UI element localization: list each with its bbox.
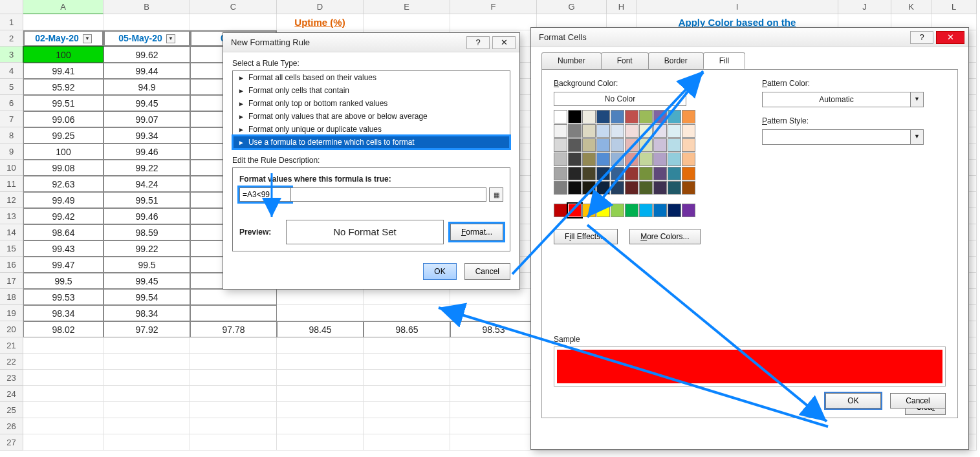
cell[interactable] (450, 354, 537, 370)
color-swatch[interactable] (682, 153, 695, 166)
cell[interactable]: 99.54 (103, 289, 190, 305)
color-swatch[interactable] (582, 153, 596, 166)
cell[interactable] (23, 434, 103, 451)
cell[interactable] (190, 305, 277, 321)
color-swatch[interactable] (682, 138, 695, 152)
col-header-H[interactable]: H (607, 0, 637, 14)
color-swatch[interactable] (625, 124, 638, 138)
cell[interactable]: 99.51 (23, 95, 103, 111)
color-swatch[interactable] (596, 110, 610, 123)
col-header-A[interactable]: A (23, 0, 103, 14)
color-swatch[interactable] (625, 110, 638, 123)
cell[interactable]: 94.9 (103, 79, 190, 95)
color-swatch[interactable] (668, 181, 681, 195)
col-header-G[interactable]: G (537, 0, 607, 14)
row-header[interactable]: 13 (0, 208, 23, 224)
cell[interactable]: 99.51 (103, 192, 190, 208)
rule-type-item[interactable]: ►Format only values that are above or be… (233, 110, 510, 123)
color-swatch[interactable] (625, 138, 638, 152)
row-header[interactable]: 5 (0, 79, 23, 95)
row-header[interactable]: 8 (0, 127, 23, 143)
cell[interactable] (277, 386, 364, 402)
color-swatch[interactable] (625, 181, 638, 195)
color-swatch[interactable] (568, 124, 582, 138)
filter-dropdown-icon[interactable]: ▼ (166, 34, 175, 43)
cell[interactable] (277, 354, 364, 370)
color-swatch[interactable] (582, 124, 596, 138)
color-swatch[interactable] (554, 167, 567, 180)
col-header-L[interactable]: L (931, 0, 977, 14)
close-button[interactable]: ✕ (492, 36, 516, 49)
col-header-E[interactable]: E (364, 0, 450, 14)
cell[interactable]: 99.43 (23, 240, 103, 257)
cell[interactable] (103, 418, 190, 434)
col-header-D[interactable]: D (277, 0, 364, 14)
cell[interactable]: 99.06 (23, 111, 103, 127)
cell[interactable] (364, 434, 450, 451)
cell[interactable] (364, 14, 450, 30)
cell[interactable]: 99.08 (23, 160, 103, 176)
color-swatch[interactable] (653, 124, 667, 138)
cell[interactable] (23, 370, 103, 386)
color-swatch[interactable] (682, 124, 695, 138)
cell[interactable] (364, 354, 450, 370)
row-header[interactable]: 22 (0, 354, 23, 370)
cell[interactable]: 99.45 (103, 95, 190, 111)
row-header[interactable]: 24 (0, 386, 23, 402)
color-swatch[interactable] (568, 167, 582, 180)
cell[interactable] (190, 370, 277, 386)
rule-type-item[interactable]: ►Format only top or bottom ranked values (233, 97, 510, 110)
cell[interactable]: 100 (23, 143, 103, 160)
cell[interactable] (450, 402, 537, 418)
cell[interactable]: 05-May-20▼ (103, 30, 190, 47)
row-header[interactable]: 4 (0, 63, 23, 79)
color-swatch[interactable] (582, 204, 596, 217)
cell[interactable]: 98.45 (277, 321, 364, 337)
cell[interactable] (277, 370, 364, 386)
color-swatch[interactable] (596, 138, 610, 152)
cell[interactable]: 99.44 (103, 63, 190, 79)
color-swatch[interactable] (568, 153, 582, 166)
color-swatch[interactable] (554, 124, 567, 138)
ok-button[interactable]: OK (825, 393, 881, 409)
cell[interactable] (364, 402, 450, 418)
cell[interactable] (103, 337, 190, 354)
cell[interactable]: 02-May-20▼ (23, 30, 103, 47)
cell[interactable]: 99.42 (23, 208, 103, 224)
row-header[interactable]: 23 (0, 370, 23, 386)
color-swatch[interactable] (611, 138, 624, 152)
color-swatch[interactable] (639, 181, 653, 195)
ref-edit-button[interactable]: ▦ (489, 187, 503, 202)
color-swatch[interactable] (596, 167, 610, 180)
row-header[interactable]: 15 (0, 240, 23, 257)
color-swatch[interactable] (596, 124, 610, 138)
color-swatch[interactable] (639, 153, 653, 166)
rule-type-list[interactable]: ►Format all cells based on their values … (232, 70, 510, 149)
pattern-style-combo[interactable]: ▼ (762, 129, 924, 145)
cell[interactable] (190, 434, 277, 451)
color-swatch[interactable] (653, 181, 667, 195)
color-swatch[interactable] (668, 124, 681, 138)
cell[interactable] (364, 418, 450, 434)
row-header[interactable]: 2 (0, 30, 23, 47)
color-swatch[interactable] (653, 153, 667, 166)
tab-border[interactable]: Border (648, 52, 704, 69)
tab-fill[interactable]: Fill (703, 52, 745, 69)
cell[interactable]: 99.22 (103, 160, 190, 176)
cell[interactable]: 99.46 (103, 208, 190, 224)
cell[interactable]: 98.34 (103, 305, 190, 321)
cell[interactable] (450, 289, 537, 305)
color-swatch[interactable] (611, 167, 624, 180)
color-swatch[interactable] (682, 167, 695, 180)
cell[interactable] (103, 14, 190, 30)
dialog-titlebar[interactable]: Format Cells ? ✕ (531, 28, 968, 47)
cell[interactable]: 99.45 (103, 273, 190, 289)
cell[interactable] (277, 305, 364, 321)
cell[interactable]: 97.78 (190, 321, 277, 337)
cell[interactable]: 99.22 (103, 240, 190, 257)
cell[interactable] (190, 289, 277, 305)
tab-number[interactable]: Number (541, 52, 602, 69)
cell[interactable] (23, 337, 103, 354)
row-header[interactable]: 21 (0, 337, 23, 354)
rule-type-item[interactable]: ►Format only cells that contain (233, 84, 510, 97)
